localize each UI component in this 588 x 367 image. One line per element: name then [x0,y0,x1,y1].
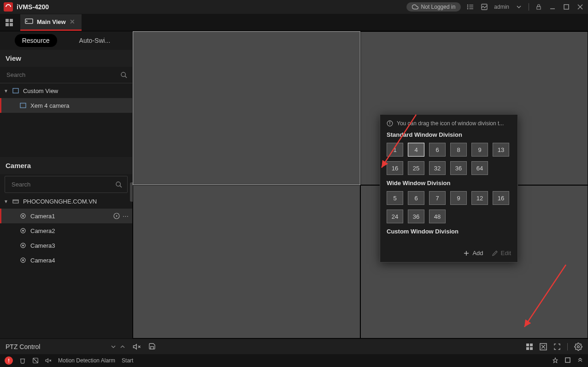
division-option-6[interactable]: 6 [429,143,446,157]
division-option-9[interactable]: 9 [471,143,488,157]
svg-line-19 [125,76,127,78]
app-logo-icon [4,2,13,12]
maximize-icon[interactable] [562,3,570,11]
division-option-32[interactable]: 32 [429,161,446,175]
camera-item[interactable]: Camera4 [0,253,132,268]
fullscreen-icon[interactable] [553,343,561,350]
image-off-icon[interactable] [32,357,39,364]
wide-division-option-7[interactable]: 7 [429,191,446,205]
cloud-icon [412,4,418,10]
lock-icon[interactable] [535,3,543,11]
cloud-login-status[interactable]: Not Logged in [406,2,461,12]
expand-up-icon[interactable] [577,357,583,364]
sidebar-tabs: Resource Auto-Swi... [0,31,132,50]
svg-rect-46 [526,344,529,346]
tab-bar: Main View ✕ [0,14,588,31]
trash-icon[interactable] [19,357,26,364]
camera-label: Camera4 [30,257,55,264]
svg-rect-14 [6,23,9,26]
restore-icon[interactable] [565,357,570,364]
apps-grid-icon[interactable] [4,17,15,28]
division-option-64[interactable]: 64 [471,161,488,175]
search-icon[interactable] [120,71,128,79]
wide-division-option-48[interactable]: 48 [429,210,446,223]
user-name[interactable]: admin [494,4,509,10]
division-option-25[interactable]: 25 [408,161,424,175]
camera-icon [19,242,27,249]
view-item-icon [19,102,27,109]
device-label: PHOCONGNGHE.COM.VN [23,198,97,205]
svg-point-5 [468,8,468,9]
pin-icon[interactable] [552,357,559,364]
custom-view-node[interactable]: ▼ Custom View [0,83,132,98]
ptz-collapse-up-icon[interactable] [120,344,125,350]
view-header: View [0,50,132,67]
mute-icon[interactable] [133,343,141,351]
division-option-8[interactable]: 8 [450,143,467,157]
alarm-warning-icon[interactable]: ! [5,356,13,365]
device-node[interactable]: ▼ PHOCONGNGHE.COM.VN [0,194,132,209]
ptz-control-bar: PTZ Control [0,338,588,354]
division-option-16[interactable]: 16 [387,161,403,175]
svg-marker-56 [46,359,48,362]
wide-division-option-9[interactable]: 9 [450,191,467,205]
resource-tab[interactable]: Resource [15,34,57,47]
wide-division-option-6[interactable]: 6 [408,191,424,205]
info-icon [387,120,393,127]
camera-panel: Camera ▼ PHOCONGNGHE.COM.VN Camera1 ⋯ [0,157,132,338]
alarm-text: Motion Detection Alarm [58,357,115,364]
tab-main-view[interactable]: Main View ✕ [20,14,82,31]
camera-search-input[interactable] [10,178,115,191]
camera-item[interactable]: Camera3 [0,238,132,253]
search-icon[interactable] [115,181,123,188]
video-cell-1[interactable] [133,31,360,185]
layout-icon[interactable] [526,343,533,350]
custom-view-item[interactable]: Xem 4 camera [0,98,132,113]
add-division-button[interactable]: Add [463,250,483,256]
division-option-4[interactable]: 4 [408,143,424,157]
sound-off-icon[interactable] [45,357,52,364]
video-cell-3[interactable] [133,185,360,339]
video-grid [133,31,588,338]
play-icon[interactable] [113,213,120,220]
gear-icon[interactable] [574,343,582,351]
division-option-1[interactable]: 1 [387,143,403,157]
autoswitch-tab[interactable]: Auto-Swi... [72,34,118,47]
task-list-icon[interactable] [466,3,475,11]
wide-division-option-12[interactable]: 12 [471,191,488,205]
close-icon[interactable] [576,3,584,11]
division-option-36[interactable]: 36 [450,161,467,175]
wide-division-option-36[interactable]: 36 [408,210,424,223]
standard-division-title: Standard Window Division [387,131,511,138]
wide-division-option-24[interactable]: 24 [387,210,403,223]
sidebar: Resource Auto-Swi... View ▼ Custom View … [0,31,133,338]
camera-header: Camera [0,157,132,174]
standard-division-options: 14689131625323664 [387,143,511,175]
user-dropdown-icon[interactable] [515,3,523,11]
save-icon[interactable] [148,343,156,351]
camera-icon [19,227,27,234]
picture-icon[interactable] [480,3,488,11]
svg-point-31 [22,230,24,232]
ptz-collapse-down-icon[interactable] [111,344,116,350]
view-item-label: Xem 4 camera [30,102,70,109]
svg-rect-21 [20,103,26,108]
division-option-13[interactable]: 13 [493,143,509,157]
camera-item[interactable]: Camera2 [0,223,132,238]
edit-icon [492,250,498,256]
tab-close-icon[interactable]: ✕ [70,18,75,25]
view-search-input[interactable] [5,69,120,81]
wide-division-option-16[interactable]: 16 [493,191,509,205]
wide-division-option-5[interactable]: 5 [387,191,403,205]
svg-line-23 [120,186,122,187]
svg-rect-24 [13,200,18,203]
stop-all-icon[interactable] [540,343,547,350]
svg-point-3 [468,5,468,5]
minimize-icon[interactable] [548,3,557,11]
camera-item[interactable]: Camera1 ⋯ [0,209,132,223]
plus-icon [463,250,470,256]
status-bar: ! Motion Detection Alarm Start [0,354,588,367]
more-icon[interactable]: ⋯ [123,213,129,220]
wide-division-options: 56791216243648 [387,191,511,223]
camera-icon [19,212,27,220]
